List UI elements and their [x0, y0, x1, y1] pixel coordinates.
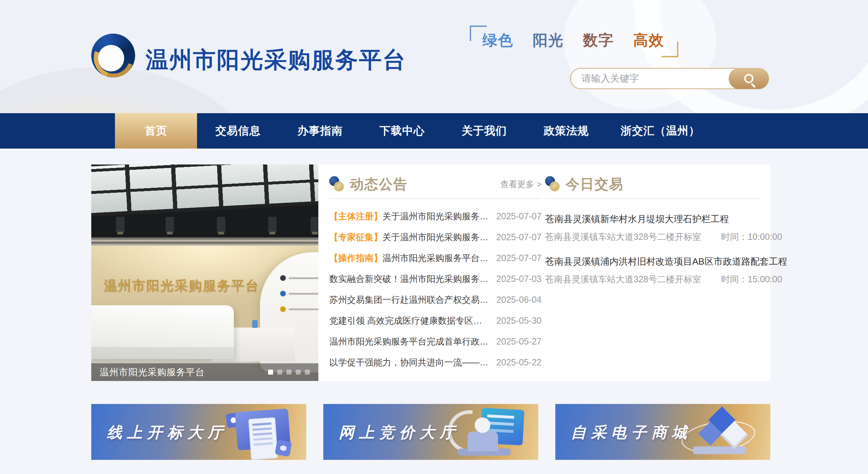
trade-item[interactable]: 苍南县灵溪镇新华村水月堤坝大理石护栏工程 苍南县灵溪镇车站大道328号二楼开标室…	[545, 213, 761, 243]
quick-entry-banners: 线上开标大厅 网上竞价大厅 自采电子商城	[91, 404, 770, 460]
trade-location: 苍南县灵溪镇车站大道328号二楼开标室	[545, 273, 701, 285]
nav-item-home[interactable]: 首页	[115, 113, 197, 149]
banner-label: 线上开标大厅	[107, 422, 228, 443]
news-tag: 【主体注册】	[329, 210, 382, 222]
news-item[interactable]: 党建引领 高效完成医疗健康数据专区招标... 2025-05-30	[329, 310, 542, 331]
track-light	[311, 217, 318, 233]
news-item[interactable]: 以学促干强能力，协同共进向一流——公司... 2025-05-22	[329, 352, 542, 373]
news-date: 2025-07-07	[491, 211, 542, 221]
announcements-title: 动态公告	[350, 175, 408, 194]
panel-dual-circle-icon	[329, 176, 346, 192]
banner-online-bid-opening-hall[interactable]: 线上开标大厅	[91, 404, 306, 460]
search-icon	[744, 74, 753, 83]
carousel-caption: 温州市阳光采购服务平台	[100, 366, 205, 378]
carousel-dot-1[interactable]	[268, 370, 273, 375]
news-item[interactable]: 苏州交易集团一行赴温州联合产权交易中心... 2025-06-04	[329, 289, 542, 310]
nav-item-guide[interactable]: 办事指南	[279, 113, 361, 149]
carousel-photo-lightstrip	[91, 237, 318, 246]
nav-item-download[interactable]: 下载中心	[361, 113, 443, 149]
carousel-caption-bar: 温州市阳光采购服务平台	[91, 363, 318, 381]
track-light	[268, 217, 277, 233]
track-light	[217, 217, 225, 233]
announcements-list: 【主体注册】 关于温州市阳光采购服务平台... 2025-07-07 【专家征集…	[329, 206, 542, 373]
carousel-dots	[268, 370, 310, 375]
carousel-dot-4[interactable]	[296, 370, 301, 375]
news-date: 2025-07-07	[491, 232, 542, 242]
trade-time: 时间：10:00:00	[721, 231, 782, 243]
banner-online-bidding-hall[interactable]: 网上竞价大厅	[323, 404, 538, 460]
search-button[interactable]	[729, 68, 769, 89]
news-date: 2025-07-03	[491, 274, 542, 284]
news-item[interactable]: 数实融合新突破！温州市阳光采购服务平台... 2025-07-03	[329, 268, 542, 289]
trade-time: 时间：15:00:00	[721, 273, 782, 285]
news-title: 数实融合新突破！温州市阳光采购服务平台...	[329, 273, 491, 285]
slogan-word-sunshine: 阳光	[533, 30, 564, 50]
slogan-word-green: 绿色	[482, 30, 514, 50]
news-item[interactable]: 【专家征集】 关于温州市阳光采购服务平台... 2025-07-07	[329, 227, 542, 248]
carousel-wall-sign-text: 温州市阳光采购服务平台	[104, 277, 260, 295]
today-trades-title: 今日交易	[566, 175, 624, 194]
site-logo-icon[interactable]	[91, 34, 135, 77]
announcements-panel: 动态公告 查看更多 > 【主体注册】 关于温州市阳光采购服务平台... 2025…	[329, 175, 542, 373]
slogan-bracket-bottom-right	[661, 42, 678, 57]
news-title: 关于温州市阳光采购服务平台...	[382, 210, 491, 222]
carousel-photo-ceiling	[91, 164, 318, 217]
announcements-more-link[interactable]: 查看更多 >	[500, 179, 542, 190]
news-title: 温州市阳光采购服务平台操作...	[382, 252, 491, 264]
divider	[545, 198, 761, 199]
today-trades-panel: 今日交易 苍南县灵溪镇新华村水月堤坝大理石护栏工程 苍南县灵溪镇车站大道328号…	[545, 175, 761, 298]
news-item[interactable]: 【主体注册】 关于温州市阳光采购服务平台... 2025-07-07	[329, 206, 542, 227]
news-title: 以学促干强能力，协同共进向一流——公司...	[329, 357, 491, 368]
news-item[interactable]: 温州市阳光采购服务平台完成首单行政事业... 2025-05-27	[329, 331, 542, 352]
carousel[interactable]: 温州市阳光采购服务平台 温州市阳光采购服务平台	[91, 164, 318, 381]
news-item[interactable]: 【操作指南】 温州市阳光采购服务平台操作... 2025-07-07	[329, 248, 542, 268]
news-date: 2025-05-27	[491, 336, 542, 347]
news-title: 党建引领 高效完成医疗健康数据专区招标...	[329, 315, 491, 326]
partner-logo	[280, 290, 318, 297]
carousel-photo-desk	[91, 305, 234, 359]
trade-title: 苍南县灵溪镇浦内洪村旧村改造项目AB区市政道路配套工程	[545, 255, 761, 268]
slogan-word-digital: 数字	[583, 30, 614, 50]
carousel-photo-cup	[252, 320, 257, 328]
panel-dual-circle-icon	[545, 176, 561, 192]
trade-item[interactable]: 苍南县灵溪镇浦内洪村旧村改造项目AB区市政道路配套工程 苍南县灵溪镇车站大道32…	[545, 255, 761, 285]
news-tag: 【操作指南】	[329, 252, 382, 264]
news-tag: 【专家征集】	[329, 231, 382, 243]
search-bar	[570, 68, 769, 89]
main-nav: 首页 交易信息 办事指南 下载中心 关于我们 政策法规 浙交汇（温州）	[0, 113, 868, 149]
nav-item-zhejiaohui[interactable]: 浙交汇（温州）	[607, 113, 713, 149]
track-light	[116, 217, 125, 233]
carousel-dot-5[interactable]	[305, 370, 310, 375]
banner-self-procurement-mall[interactable]: 自采电子商城	[555, 404, 770, 460]
header: 温州市阳光采购服务平台 绿色 阳光 数字 高效	[0, 0, 868, 113]
news-date: 2025-07-07	[491, 253, 542, 263]
carousel-dot-3[interactable]	[287, 370, 291, 375]
news-title: 温州市阳光采购服务平台完成首单行政事业...	[329, 336, 491, 347]
slogan-bracket-top-left	[470, 25, 487, 41]
news-title: 苏州交易集团一行赴温州联合产权交易中心...	[329, 294, 491, 306]
news-date: 2025-05-22	[491, 357, 542, 368]
news-title: 关于温州市阳光采购服务平台...	[382, 231, 491, 243]
nav-item-trade-info[interactable]: 交易信息	[197, 113, 279, 149]
search-input[interactable]	[571, 69, 729, 88]
news-date: 2025-05-30	[491, 316, 542, 326]
today-trades-list: 苍南县灵溪镇新华村水月堤坝大理石护栏工程 苍南县灵溪镇车站大道328号二楼开标室…	[545, 213, 761, 285]
partner-logo	[280, 275, 318, 281]
carousel-dot-2[interactable]	[277, 370, 282, 375]
trade-title: 苍南县灵溪镇新华村水月堤坝大理石护栏工程	[545, 213, 761, 225]
slogan: 绿色 阳光 数字 高效	[482, 30, 664, 50]
site-title: 温州市阳光采购服务平台	[146, 45, 406, 75]
main-content-card: 温州市阳光采购服务平台 温州市阳光采购服务平台 动态公告	[91, 164, 770, 381]
trade-location: 苍南县灵溪镇车站大道328号二楼开标室	[545, 231, 701, 243]
banner-label: 自采电子商城	[571, 422, 692, 443]
page: 温州市阳光采购服务平台 绿色 阳光 数字 高效 首页 交易信息 办事指南 下	[0, 0, 868, 474]
divider	[329, 198, 542, 199]
banner-label: 网上竞价大厅	[339, 422, 460, 443]
track-light	[166, 217, 174, 233]
nav-item-about[interactable]: 关于我们	[443, 113, 525, 149]
nav-item-policy[interactable]: 政策法规	[525, 113, 607, 149]
partner-logo	[280, 306, 318, 312]
news-date: 2025-06-04	[491, 295, 542, 305]
slogan-word-efficient: 高效	[633, 30, 664, 50]
